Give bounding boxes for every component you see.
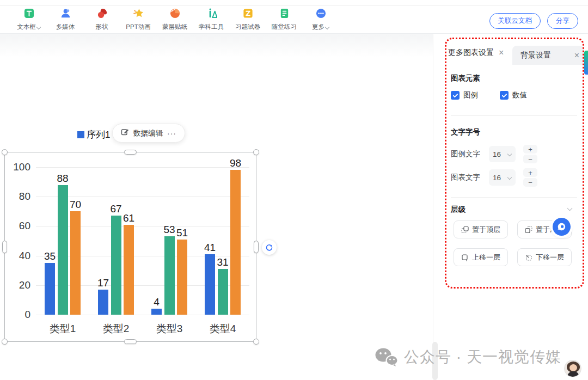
resize-handle-bottom-left[interactable] <box>2 339 8 345</box>
rotate-icon <box>265 243 273 252</box>
chevron-down-icon <box>508 152 512 156</box>
resize-handle-top-right[interactable] <box>253 149 259 155</box>
toolbar-item-subject-tools[interactable]: 学科工具 <box>197 8 226 31</box>
toolbar-item-shapes[interactable]: 形状 <box>87 8 117 31</box>
tab-background-settings[interactable]: 背景设置 × <box>520 46 584 65</box>
chevron-down-icon <box>508 176 512 180</box>
avatar-face <box>569 364 577 371</box>
move-down-layer-icon <box>525 254 532 261</box>
ppt-animation-icon <box>133 8 144 21</box>
textbox-icon <box>23 8 35 21</box>
move-down-layer-button[interactable]: 下移一层 <box>517 248 572 266</box>
link-cloud-doc-button[interactable]: 关联云文档 <box>489 13 541 29</box>
section-title-font-size: 文字字号 <box>451 127 480 137</box>
increase-button[interactable]: + <box>523 145 537 154</box>
settings-panel: 更多图表设置 × 背景设置 × 图表元素 图例 数值 文字字号 图例文字 16 <box>433 34 588 380</box>
bring-to-front-button[interactable]: 置于顶层 <box>454 220 508 238</box>
resize-handle-top[interactable] <box>124 150 137 155</box>
checkbox-values[interactable]: 数值 <box>500 90 527 100</box>
chart-elements-options: 图例 数值 <box>451 90 527 100</box>
toolbar-items: 文本框 多媒体 形状 PPT动画 蒙层贴纸 学科工具 <box>14 8 335 31</box>
legend-font-label: 图例文字 <box>451 149 489 159</box>
more-options-dots[interactable]: ··· <box>167 129 176 138</box>
move-up-layer-button[interactable]: 上移一层 <box>454 248 508 266</box>
canvas-top-fade <box>0 34 433 57</box>
main-toolbar: 文本框 多媒体 形状 PPT动画 蒙层贴纸 学科工具 <box>0 6 588 34</box>
toolbar-item-class-practice[interactable]: 随堂练习 <box>270 8 299 31</box>
data-edit-label: 数据编辑 <box>133 128 163 138</box>
checkbox-legend[interactable]: 图例 <box>451 90 478 100</box>
resize-handle-left[interactable] <box>2 241 7 253</box>
close-icon[interactable]: × <box>499 48 504 57</box>
toolbar-item-ppt-animation[interactable]: PPT动画 <box>124 8 153 31</box>
more-icon <box>315 8 327 21</box>
section-divider <box>451 115 577 116</box>
toolbar-item-label: 蒙层贴纸 <box>162 23 187 31</box>
toolbar-item-label: 学科工具 <box>199 23 224 31</box>
legend-font-row: 图例文字 16 + − <box>451 145 537 163</box>
collapse-chevron-icon[interactable] <box>568 206 572 211</box>
toolbar-item-label: 文本框 <box>17 23 36 31</box>
button-label: 置于顶层 <box>472 225 500 235</box>
edit-icon <box>121 128 129 138</box>
toolbar-item-textbox[interactable]: 文本框 <box>14 8 44 31</box>
section-divider <box>451 197 577 198</box>
button-label: 下移一层 <box>536 253 564 262</box>
legend-font-size-select[interactable]: 16 <box>489 146 516 162</box>
toolbar-item-more[interactable]: 更多 <box>306 8 335 31</box>
move-up-layer-icon <box>461 254 469 261</box>
exercise-paper-icon <box>242 8 254 21</box>
select-value: 16 <box>493 174 501 182</box>
legend-label: 序列1 <box>87 128 110 141</box>
mask-sticker-icon <box>169 8 181 21</box>
user-avatar[interactable] <box>564 360 581 377</box>
assistant-floating-button[interactable] <box>553 218 571 236</box>
increase-button[interactable]: + <box>523 168 537 177</box>
toolbar-item-label: PPT动画 <box>126 23 150 31</box>
watermark-text: 公众号 · 天一视觉传媒 <box>404 347 561 367</box>
rotate-handle[interactable] <box>262 240 277 255</box>
chart-font-row: 图表文字 16 + − <box>451 168 537 187</box>
toolbar-item-exercise-paper[interactable]: 习题试卷 <box>233 8 262 31</box>
chevron-down-icon <box>37 25 41 29</box>
resize-handle-bottom[interactable] <box>124 339 137 344</box>
multimedia-icon <box>60 8 71 21</box>
chart-font-size-select[interactable]: 16 <box>489 169 516 186</box>
legend-font-stepper: + − <box>523 145 537 163</box>
toolbar-item-label: 随堂练习 <box>272 23 297 31</box>
chart-legend[interactable]: 序列1 <box>77 128 110 141</box>
decrease-button[interactable]: − <box>523 178 537 187</box>
share-button[interactable]: 分享 <box>547 13 578 29</box>
toolbar-item-label: 更多 <box>312 23 324 31</box>
presentation-editor-window: 文本框 多媒体 形状 PPT动画 蒙层贴纸 学科工具 <box>0 0 588 380</box>
chart-font-label: 图表文字 <box>451 173 489 182</box>
wechat-icon <box>375 347 399 367</box>
checkbox-checked-icon <box>451 91 460 100</box>
chart-font-stepper: + − <box>523 168 537 187</box>
resize-handle-bottom-right[interactable] <box>253 339 259 345</box>
button-label: 上移一层 <box>472 253 500 262</box>
tab-label: 背景设置 <box>520 51 551 60</box>
toolbar-item-label: 形状 <box>96 23 108 31</box>
bring-to-front-icon <box>461 226 469 234</box>
legend-swatch-series1 <box>77 131 84 138</box>
toolbar-item-mask-sticker[interactable]: 蒙层贴纸 <box>160 8 189 31</box>
toolbar-item-label: 习题试卷 <box>235 23 260 31</box>
resize-handle-right[interactable] <box>254 241 259 253</box>
decrease-button[interactable]: − <box>523 155 537 163</box>
shape-icon <box>96 8 108 21</box>
section-title-layer: 层级 <box>451 205 465 214</box>
checkbox-checked-icon <box>500 91 509 100</box>
toolbar-item-multimedia[interactable]: 多媒体 <box>51 8 80 31</box>
toolbar-actions: 关联云文档 分享 <box>489 13 579 29</box>
edge-scrollbar-thumb[interactable] <box>584 51 588 75</box>
tab-more-chart-settings[interactable]: 更多图表设置 × <box>445 40 512 65</box>
close-icon[interactable]: × <box>574 51 579 60</box>
checkbox-label: 数值 <box>512 90 527 100</box>
subject-tools-icon <box>206 8 217 21</box>
chevron-down-icon <box>326 25 329 29</box>
select-value: 16 <box>493 150 501 158</box>
checkbox-label: 图例 <box>463 90 478 100</box>
data-edit-pill[interactable]: 数据编辑 ··· <box>112 124 185 143</box>
resize-handle-top-left[interactable] <box>2 149 8 155</box>
